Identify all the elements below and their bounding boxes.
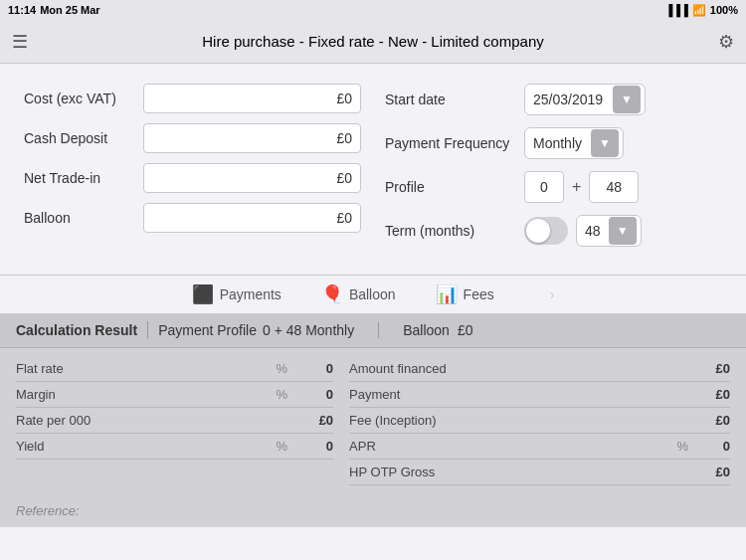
hp-otp-value: £0 — [700, 465, 730, 479]
net-tradein-input[interactable] — [143, 163, 361, 193]
profile-inputs: 0 + 48 — [524, 171, 639, 203]
balloon-icon: 🎈 — [321, 283, 343, 305]
payment-freq-value: Monthly — [533, 135, 591, 151]
header-divider — [147, 321, 148, 339]
profile-plus-icon: + — [572, 178, 581, 196]
term-value-dropdown[interactable]: 48 ▼ — [576, 215, 642, 247]
margin-row: Margin % 0 — [16, 382, 333, 408]
payment-freq-dropdown[interactable]: Monthly ▼ — [524, 127, 624, 159]
result-balloon-section: Balloon £0 — [378, 322, 472, 338]
net-tradein-row: Net Trade-in — [24, 163, 361, 193]
net-tradein-label: Net Trade-in — [24, 170, 143, 186]
result-header: Calculation Result Payment Profile 0 + 4… — [0, 313, 746, 348]
payment-label: Payment — [349, 387, 700, 402]
cost-row: Cost (exc VAT) — [24, 84, 361, 113]
result-balloon-value: £0 — [458, 322, 473, 338]
amount-financed-value: £0 — [700, 361, 730, 376]
status-bar: 11:14 Mon 25 Mar ▐▐▐ 📶 100% — [0, 0, 746, 20]
cash-deposit-label: Cash Deposit — [24, 130, 143, 146]
fee-inception-label: Fee (Inception) — [349, 413, 700, 428]
payment-profile-value: 0 + 48 Monthly — [263, 322, 354, 338]
cost-label: Cost (exc VAT) — [24, 91, 143, 106]
rate-per-000-label: Rate per 000 — [16, 413, 287, 428]
tab-fees-label: Fees — [464, 286, 494, 302]
balloon-input[interactable] — [143, 203, 361, 233]
balloon-label: Balloon — [24, 210, 143, 226]
profile-label: Profile — [385, 179, 524, 195]
rate-per-000-value: £0 — [303, 413, 333, 428]
profile-val1[interactable]: 0 — [524, 171, 564, 203]
result-right-col: Amount financed £0 Payment £0 Fee (Incep… — [349, 356, 730, 485]
hp-otp-row: HP OTP Gross £0 — [349, 460, 730, 485]
payment-freq-arrow[interactable]: ▼ — [591, 129, 619, 157]
margin-label: Margin — [16, 387, 277, 402]
result-left-col: Flat rate % 0 Margin % 0 Rate per 000 £0… — [16, 356, 333, 485]
signal-icon: ▐▐▐ — [664, 4, 687, 16]
yield-value: 0 — [303, 439, 333, 454]
term-label: Term (months) — [385, 223, 524, 239]
status-date: Mon 25 Mar — [40, 4, 100, 16]
profile-val2[interactable]: 48 — [589, 171, 639, 203]
status-bar-right: ▐▐▐ 📶 100% — [664, 4, 738, 17]
battery-icon: 100% — [710, 4, 738, 16]
payment-value: £0 — [700, 387, 730, 402]
apr-label: APR — [349, 439, 676, 454]
flat-rate-row: Flat rate % 0 — [16, 356, 333, 382]
tab-balloon[interactable]: 🎈 Balloon — [321, 283, 396, 305]
cash-deposit-row: Cash Deposit — [24, 123, 361, 153]
term-arrow[interactable]: ▼ — [609, 217, 637, 245]
flat-rate-pct: % — [277, 361, 288, 376]
reference-label: Reference: — [16, 503, 80, 518]
tab-fees[interactable]: 📊 Fees — [436, 283, 494, 305]
term-row: Term (months) 48 ▼ — [385, 215, 722, 247]
main-content: Cost (exc VAT) Cash Deposit Net Trade-in… — [0, 64, 746, 275]
tab-bar: ⬛ Payments 🎈 Balloon 📊 Fees › — [0, 275, 746, 313]
start-date-value: 25/03/2019 — [533, 92, 613, 107]
term-toggle[interactable] — [524, 217, 568, 245]
margin-value: 0 — [303, 387, 333, 402]
apr-pct: % — [676, 439, 688, 454]
yield-row: Yield % 0 — [16, 434, 333, 460]
payment-freq-row: Payment Frequency Monthly ▼ — [385, 127, 722, 159]
flat-rate-label: Flat rate — [16, 361, 277, 376]
fee-inception-value: £0 — [700, 413, 730, 428]
yield-pct: % — [277, 439, 288, 454]
flat-rate-value: 0 — [303, 361, 333, 376]
apr-row: APR % 0 — [349, 434, 730, 460]
wifi-icon: 📶 — [692, 4, 706, 17]
payment-freq-label: Payment Frequency — [385, 135, 524, 151]
apr-value: 0 — [700, 439, 730, 454]
tab-chevron-icon: › — [550, 286, 555, 302]
term-value: 48 — [585, 223, 609, 239]
term-controls: 48 ▼ — [524, 215, 642, 247]
amount-financed-label: Amount financed — [349, 361, 700, 376]
result-balloon-label: Balloon — [403, 322, 450, 338]
left-form: Cost (exc VAT) Cash Deposit Net Trade-in… — [24, 84, 361, 259]
tab-payments-label: Payments — [220, 286, 281, 302]
yield-label: Yield — [16, 439, 277, 454]
tab-balloon-label: Balloon — [349, 286, 396, 302]
fees-icon: 📊 — [436, 283, 458, 305]
bottom-section: Calculation Result Payment Profile 0 + 4… — [0, 313, 746, 527]
profile-row: Profile 0 + 48 — [385, 171, 722, 203]
reference-row: Reference: — [0, 493, 746, 527]
calc-result-title: Calculation Result — [16, 322, 137, 338]
start-date-picker[interactable]: 25/03/2019 ▼ — [524, 84, 646, 115]
status-bar-left: 11:14 Mon 25 Mar — [8, 4, 100, 16]
amount-financed-row: Amount financed £0 — [349, 356, 730, 382]
start-date-label: Start date — [385, 92, 524, 107]
rate-per-000-row: Rate per 000 £0 — [16, 408, 333, 434]
right-form: Start date 25/03/2019 ▼ Payment Frequenc… — [385, 84, 722, 259]
payment-row: Payment £0 — [349, 382, 730, 408]
start-date-arrow[interactable]: ▼ — [613, 86, 641, 113]
status-time: 11:14 — [8, 4, 36, 16]
gear-button[interactable]: ⚙ — [704, 31, 734, 53]
payment-profile-label: Payment Profile — [158, 322, 257, 338]
tab-payments[interactable]: ⬛ Payments — [192, 283, 281, 305]
result-body: Flat rate % 0 Margin % 0 Rate per 000 £0… — [0, 348, 746, 493]
hamburger-button[interactable]: ☰ — [12, 31, 42, 53]
cost-input[interactable] — [143, 84, 361, 113]
nav-title: Hire purchase - Fixed rate - New - Limit… — [42, 33, 704, 50]
cash-deposit-input[interactable] — [143, 123, 361, 153]
payments-icon: ⬛ — [192, 283, 214, 305]
